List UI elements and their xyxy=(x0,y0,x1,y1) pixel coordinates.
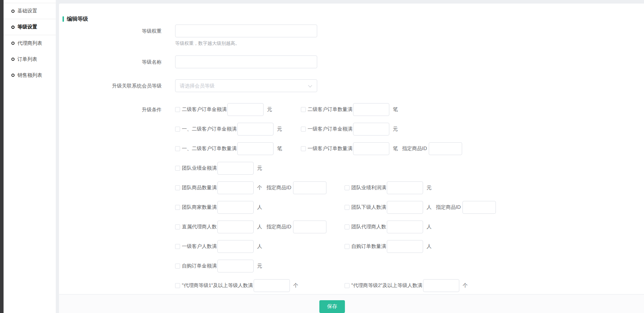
product-id-input[interactable] xyxy=(462,201,496,214)
product-id-group: 指定商品ID xyxy=(402,142,462,155)
condition-checkbox[interactable] xyxy=(175,244,180,249)
sidebar-item[interactable]: 代理商列表 xyxy=(4,35,56,51)
condition-row: 二级客户订单金额满 元 二级客户订单数量满 笔 xyxy=(175,103,496,116)
condition-label: 二级客户订单金额满 xyxy=(182,106,227,113)
save-button[interactable]: 保存 xyxy=(319,300,345,313)
condition-unit: 元 xyxy=(277,126,282,132)
member-level-select[interactable]: 请选择会员等级 xyxy=(175,79,317,92)
condition-value-input[interactable] xyxy=(353,103,389,116)
condition-label: 团队业绩利润满 xyxy=(351,185,386,191)
condition-checkbox[interactable] xyxy=(301,127,306,132)
condition-label: 团队代理商人数 xyxy=(351,224,386,230)
condition-checkbox[interactable] xyxy=(175,146,180,151)
condition-value-input[interactable] xyxy=(353,123,389,136)
condition-value-input[interactable] xyxy=(217,260,254,272)
condition-cell: 二级客户订单金额满 元 xyxy=(175,103,301,116)
condition-value-input[interactable] xyxy=(237,142,274,155)
condition-value-input[interactable] xyxy=(353,142,389,155)
condition-checkbox[interactable] xyxy=(175,185,180,190)
condition-checkbox[interactable] xyxy=(175,283,180,288)
condition-unit: 人 xyxy=(427,243,432,250)
condition-value-input[interactable] xyxy=(217,240,254,253)
sidebar-item-label: 基础设置 xyxy=(17,8,37,14)
condition-cell: 一级客户订单数量满 笔 指定商品ID xyxy=(301,142,462,155)
condition-cell: 团队下级人数满 人 指定商品ID xyxy=(345,201,496,214)
member-level-label: 升级关联系统会员等级 xyxy=(59,79,162,92)
radio-circle-icon xyxy=(11,26,15,29)
radio-circle-icon xyxy=(11,42,15,45)
condition-checkbox[interactable] xyxy=(175,127,180,132)
condition-row: 一、二级客户订单金额满 元 一级客户订单金额满 元 xyxy=(175,123,496,136)
condition-unit: 个 xyxy=(257,185,262,191)
condition-value-input[interactable] xyxy=(217,162,254,175)
condition-cell: 一、二级客户订单金额满 元 xyxy=(175,123,301,136)
condition-checkbox[interactable] xyxy=(175,264,180,269)
weight-input[interactable] xyxy=(175,25,317,37)
condition-cell: 一级客户订单金额满 元 xyxy=(301,123,398,136)
name-label: 等级名称 xyxy=(59,55,162,68)
section-title: 编辑等级 xyxy=(67,16,88,22)
condition-checkbox[interactable] xyxy=(345,205,350,210)
condition-checkbox[interactable] xyxy=(345,185,350,190)
product-id-input[interactable] xyxy=(429,142,462,155)
sidebar-item[interactable]: 销售额列表 xyxy=(4,67,56,83)
condition-value-input[interactable] xyxy=(227,103,264,116)
product-id-input[interactable] xyxy=(293,181,326,194)
conditions-block: 升级条件 二级客户订单金额满 元 二级客户订单数量满 笔 一、二级客户订单金额满… xyxy=(59,103,644,299)
condition-label: 团队商品数量满 xyxy=(182,185,217,191)
condition-checkbox[interactable] xyxy=(345,244,350,249)
condition-label: 自购订单金额满 xyxy=(182,263,217,269)
condition-unit: 元 xyxy=(427,185,432,191)
condition-value-input[interactable] xyxy=(387,240,423,253)
condition-unit: 人 xyxy=(257,204,262,211)
condition-checkbox[interactable] xyxy=(175,205,180,210)
product-id-label: 指定商品ID xyxy=(402,145,427,152)
condition-row: 团队商品数量满 个 指定商品ID 团队业绩利润满 元 xyxy=(175,181,496,194)
condition-checkbox[interactable] xyxy=(301,146,306,151)
name-field-row: 等级名称 xyxy=(59,55,644,68)
condition-label: 一、二级客户订单数量满 xyxy=(182,145,237,152)
condition-value-input[interactable] xyxy=(387,221,423,233)
condition-checkbox[interactable] xyxy=(345,224,350,229)
condition-label: "代理商等级2"及以上等级人数满 xyxy=(351,282,422,289)
weight-field-row: 等级权重 等级权重，数字越大级别越高。 xyxy=(59,25,644,47)
condition-unit: 人 xyxy=(257,224,262,230)
radio-circle-icon xyxy=(11,10,15,13)
condition-value-input[interactable] xyxy=(254,279,290,292)
condition-unit: 元 xyxy=(257,263,262,269)
condition-cell: 自购订单金额满 元 xyxy=(175,260,345,272)
condition-unit: 个 xyxy=(293,282,298,289)
condition-checkbox[interactable] xyxy=(301,107,306,112)
section-header: 编辑等级 xyxy=(59,4,644,22)
condition-cell: 直属代理商人数 人 指定商品ID xyxy=(175,221,345,233)
sidebar-item[interactable]: 订单列表 xyxy=(4,51,56,67)
condition-unit: 人 xyxy=(257,243,262,250)
left-dark-rail xyxy=(0,0,4,313)
condition-checkbox[interactable] xyxy=(345,283,350,288)
condition-label: 一级客户订单金额满 xyxy=(308,126,352,132)
product-id-input[interactable] xyxy=(293,221,326,233)
product-id-label: 指定商品ID xyxy=(436,204,461,211)
condition-value-input[interactable] xyxy=(217,201,254,214)
sidebar: 基础设置 等级设置 代理商列表 订单列表 销售额列表 xyxy=(4,0,56,313)
condition-value-input[interactable] xyxy=(237,123,274,136)
member-level-placeholder: 请选择会员等级 xyxy=(175,80,317,92)
sidebar-item[interactable]: 等级设置 xyxy=(4,19,56,35)
product-id-label: 指定商品ID xyxy=(266,224,291,230)
condition-value-input[interactable] xyxy=(217,181,254,194)
product-id-label: 指定商品ID xyxy=(266,185,291,191)
condition-value-input[interactable] xyxy=(387,201,423,214)
condition-checkbox[interactable] xyxy=(175,107,180,112)
condition-unit: 人 xyxy=(427,224,432,230)
condition-value-input[interactable] xyxy=(387,181,423,194)
name-input[interactable] xyxy=(175,55,317,68)
condition-cell: "代理商等级1"及以上等级人数满 个 xyxy=(175,279,345,292)
condition-checkbox[interactable] xyxy=(175,224,180,229)
condition-label: "代理商等级1"及以上等级人数满 xyxy=(182,282,253,289)
condition-unit: 笔 xyxy=(393,145,398,152)
condition-checkbox[interactable] xyxy=(175,166,180,171)
condition-value-input[interactable] xyxy=(423,279,459,292)
condition-cell: 一级客户人数满 人 xyxy=(175,240,345,253)
condition-value-input[interactable] xyxy=(217,221,254,233)
sidebar-item[interactable]: 基础设置 xyxy=(4,3,56,19)
